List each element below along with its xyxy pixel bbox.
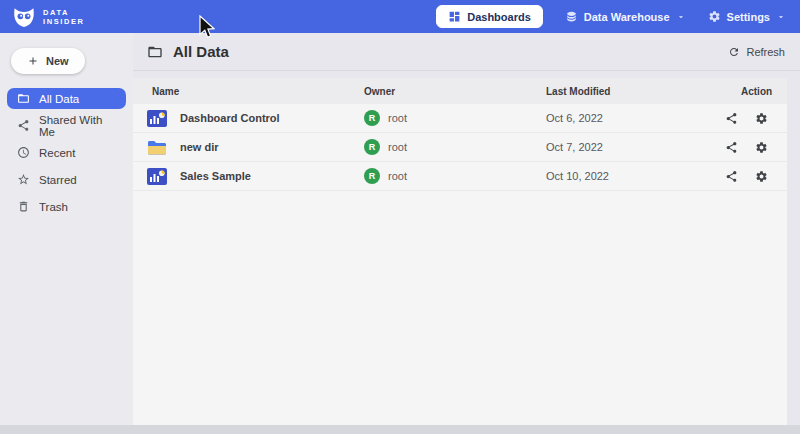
sidebar-item-shared-with-me[interactable]: Shared With Me — [7, 115, 126, 136]
last-modified-date: Oct 7, 2022 — [527, 141, 722, 153]
folder-icon — [17, 92, 30, 105]
folder-icon — [147, 44, 163, 60]
dashboard-icon — [448, 10, 461, 23]
file-type-icon — [147, 168, 167, 185]
sidebar-item-label: Shared With Me — [39, 114, 116, 138]
last-modified-date: Oct 10, 2022 — [527, 170, 722, 182]
content-header: All Data Refresh — [133, 33, 800, 71]
gear-icon[interactable] — [755, 141, 768, 154]
refresh-button[interactable]: Refresh — [728, 46, 785, 58]
sidebar-item-trash[interactable]: Trash — [7, 196, 126, 217]
dashboard-file-icon — [147, 168, 167, 185]
table-row[interactable]: new dir R root Oct 7, 2022 — [133, 133, 787, 162]
file-type-icon — [147, 139, 167, 156]
new-button-label: New — [46, 55, 69, 67]
owner-avatar: R — [364, 139, 380, 155]
plus-icon — [27, 55, 39, 67]
settings-label: Settings — [727, 11, 770, 23]
table-header: Name Owner Last Modified Action — [133, 78, 787, 104]
sidebar-item-starred[interactable]: Starred — [7, 169, 126, 190]
refresh-label: Refresh — [746, 46, 785, 58]
sidebar-item-label: Starred — [39, 174, 77, 186]
window-bottom-edge — [0, 425, 800, 434]
main-content: All Data Refresh Name Owner Last Modifie… — [133, 33, 800, 425]
gear-icon[interactable] — [755, 170, 768, 183]
star-icon — [17, 173, 30, 186]
sidebar-item-label: All Data — [39, 93, 79, 105]
dashboard-file-icon — [147, 110, 167, 127]
brand-logo: DATA INSIDER — [12, 5, 85, 29]
owner-name: root — [388, 112, 407, 124]
sidebar-item-label: Recent — [39, 147, 75, 159]
data-warehouse-menu[interactable]: Data Warehouse — [565, 10, 686, 23]
owner-name: root — [388, 170, 407, 182]
top-bar: DATA INSIDER Dashboards Data Warehouse S… — [0, 0, 800, 33]
new-button[interactable]: New — [11, 48, 85, 74]
share-icon[interactable] — [725, 170, 738, 183]
file-name[interactable]: new dir — [180, 141, 219, 153]
last-modified-date: Oct 6, 2022 — [527, 112, 722, 124]
dashboards-label: Dashboards — [467, 11, 531, 23]
refresh-icon — [728, 46, 740, 58]
share-icon[interactable] — [725, 141, 738, 154]
share-icon[interactable] — [725, 112, 738, 125]
file-type-icon — [147, 110, 167, 127]
column-header-last-modified: Last Modified — [527, 86, 722, 97]
table-row[interactable]: Dashboard Control R root Oct 6, 2022 — [133, 104, 787, 133]
column-header-name: Name — [133, 86, 345, 97]
trash-icon — [17, 200, 30, 213]
clock-icon — [17, 146, 30, 159]
data-warehouse-label: Data Warehouse — [584, 11, 670, 23]
share-icon — [17, 119, 30, 132]
top-navigation: Dashboards Data Warehouse Settings — [436, 5, 786, 28]
owner-name: root — [388, 141, 407, 153]
chevron-down-icon — [776, 12, 786, 22]
file-name[interactable]: Dashboard Control — [180, 112, 280, 124]
chevron-down-icon — [676, 12, 686, 22]
column-header-owner: Owner — [345, 86, 527, 97]
file-name[interactable]: Sales Sample — [180, 170, 251, 182]
gear-icon — [708, 10, 721, 23]
brand-text: DATA INSIDER — [43, 8, 85, 26]
page-title: All Data — [173, 43, 229, 60]
sidebar-item-all-data[interactable]: All Data — [7, 88, 126, 109]
settings-menu[interactable]: Settings — [708, 10, 786, 23]
owner-avatar: R — [364, 110, 380, 126]
sidebar: New All Data Shared With Me Recent Starr… — [0, 33, 133, 425]
owner-avatar: R — [364, 168, 380, 184]
column-header-action: Action — [722, 86, 787, 97]
database-icon — [565, 10, 578, 23]
dashboards-button[interactable]: Dashboards — [436, 5, 543, 28]
sidebar-item-label: Trash — [39, 201, 68, 213]
file-table: Name Owner Last Modified Action — [133, 78, 787, 425]
folder-file-icon — [147, 139, 167, 156]
owl-logo-icon — [12, 5, 36, 29]
gear-icon[interactable] — [755, 112, 768, 125]
sidebar-item-recent[interactable]: Recent — [7, 142, 126, 163]
table-row[interactable]: Sales Sample R root Oct 10, 2022 — [133, 162, 787, 191]
